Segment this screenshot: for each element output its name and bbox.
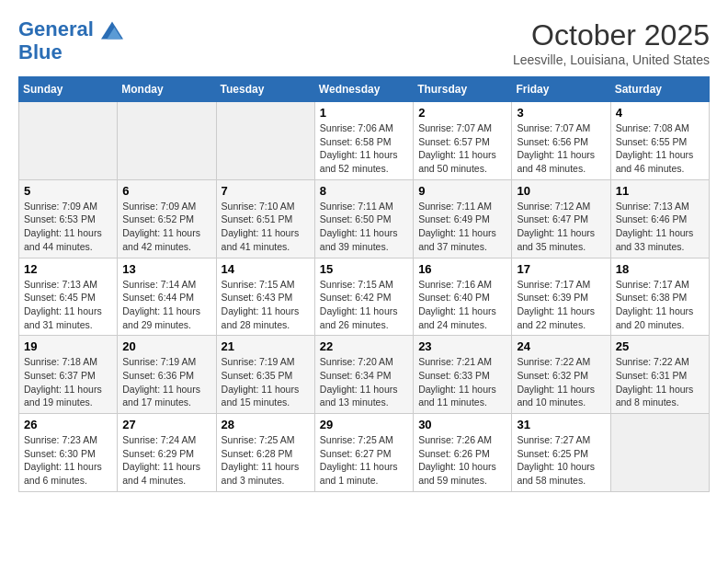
day-info: Sunrise: 7:14 AM Sunset: 6:44 PM Dayligh… — [122, 278, 210, 332]
day-info: Sunrise: 7:22 AM Sunset: 6:32 PM Dayligh… — [517, 355, 605, 409]
calendar-cell: 5Sunrise: 7:09 AM Sunset: 6:53 PM Daylig… — [19, 179, 118, 258]
day-number: 6 — [122, 184, 210, 198]
calendar-cell: 4Sunrise: 7:08 AM Sunset: 6:55 PM Daylig… — [610, 102, 709, 180]
column-header-sunday: Sunday — [19, 77, 118, 102]
calendar-cell: 7Sunrise: 7:10 AM Sunset: 6:51 PM Daylig… — [216, 179, 314, 258]
calendar-cell: 14Sunrise: 7:15 AM Sunset: 6:43 PM Dayli… — [216, 258, 314, 336]
logo-icon — [101, 19, 123, 41]
column-header-tuesday: Tuesday — [216, 77, 314, 102]
calendar-cell: 10Sunrise: 7:12 AM Sunset: 6:47 PM Dayli… — [512, 179, 610, 258]
day-number: 16 — [418, 262, 506, 276]
column-header-friday: Friday — [512, 77, 610, 102]
day-info: Sunrise: 7:25 AM Sunset: 6:27 PM Dayligh… — [320, 433, 408, 488]
day-number: 4 — [616, 106, 704, 120]
day-number: 5 — [24, 184, 112, 198]
day-number: 20 — [122, 339, 210, 353]
day-info: Sunrise: 7:19 AM Sunset: 6:35 PM Dayligh… — [222, 355, 310, 409]
calendar-cell: 2Sunrise: 7:07 AM Sunset: 6:57 PM Daylig… — [414, 102, 512, 180]
day-number: 15 — [320, 262, 408, 276]
calendar-cell: 16Sunrise: 7:16 AM Sunset: 6:40 PM Dayli… — [414, 258, 512, 336]
calendar-cell — [118, 102, 216, 180]
calendar-cell: 31Sunrise: 7:27 AM Sunset: 6:25 PM Dayli… — [512, 414, 610, 492]
calendar-cell: 27Sunrise: 7:24 AM Sunset: 6:29 PM Dayli… — [118, 414, 216, 492]
day-number: 27 — [122, 418, 210, 431]
day-info: Sunrise: 7:11 AM Sunset: 6:50 PM Dayligh… — [320, 200, 408, 254]
calendar-cell: 30Sunrise: 7:26 AM Sunset: 6:26 PM Dayli… — [414, 414, 512, 492]
day-info: Sunrise: 7:19 AM Sunset: 6:36 PM Dayligh… — [122, 355, 210, 409]
title-block: October 2025 Leesville, Louisiana, Unite… — [513, 18, 710, 67]
day-number: 14 — [222, 262, 310, 276]
calendar-cell — [19, 102, 118, 180]
day-number: 10 — [517, 184, 605, 198]
day-info: Sunrise: 7:22 AM Sunset: 6:31 PM Dayligh… — [616, 355, 704, 409]
day-info: Sunrise: 7:08 AM Sunset: 6:55 PM Dayligh… — [616, 121, 704, 176]
day-number: 18 — [616, 262, 704, 276]
day-number: 31 — [517, 418, 605, 431]
calendar-cell: 23Sunrise: 7:21 AM Sunset: 6:33 PM Dayli… — [414, 336, 512, 414]
day-info: Sunrise: 7:13 AM Sunset: 6:45 PM Dayligh… — [24, 278, 112, 332]
day-number: 19 — [24, 339, 112, 353]
calendar-cell: 22Sunrise: 7:20 AM Sunset: 6:34 PM Dayli… — [314, 336, 413, 414]
day-info: Sunrise: 7:17 AM Sunset: 6:38 PM Dayligh… — [616, 278, 704, 332]
day-number: 9 — [418, 184, 506, 198]
calendar-cell: 8Sunrise: 7:11 AM Sunset: 6:50 PM Daylig… — [314, 179, 413, 258]
calendar-cell: 26Sunrise: 7:23 AM Sunset: 6:30 PM Dayli… — [19, 414, 118, 492]
calendar-cell: 19Sunrise: 7:18 AM Sunset: 6:37 PM Dayli… — [19, 336, 118, 414]
column-header-saturday: Saturday — [610, 77, 709, 102]
day-info: Sunrise: 7:06 AM Sunset: 6:58 PM Dayligh… — [320, 121, 408, 176]
logo-blue-text: Blue — [18, 41, 123, 63]
day-number: 30 — [418, 418, 506, 431]
column-header-monday: Monday — [118, 77, 216, 102]
day-number: 28 — [222, 418, 310, 431]
day-number: 3 — [517, 106, 605, 120]
calendar-week-3: 12Sunrise: 7:13 AM Sunset: 6:45 PM Dayli… — [19, 258, 710, 336]
day-info: Sunrise: 7:27 AM Sunset: 6:25 PM Dayligh… — [517, 433, 605, 488]
calendar-cell: 28Sunrise: 7:25 AM Sunset: 6:28 PM Dayli… — [216, 414, 314, 492]
day-info: Sunrise: 7:15 AM Sunset: 6:42 PM Dayligh… — [320, 278, 408, 332]
calendar-week-5: 26Sunrise: 7:23 AM Sunset: 6:30 PM Dayli… — [19, 414, 710, 492]
day-info: Sunrise: 7:09 AM Sunset: 6:53 PM Dayligh… — [24, 200, 112, 254]
calendar-cell: 15Sunrise: 7:15 AM Sunset: 6:42 PM Dayli… — [314, 258, 413, 336]
calendar-cell: 29Sunrise: 7:25 AM Sunset: 6:27 PM Dayli… — [314, 414, 413, 492]
day-number: 21 — [222, 339, 310, 353]
day-number: 25 — [616, 339, 704, 353]
column-header-thursday: Thursday — [414, 77, 512, 102]
calendar-cell: 6Sunrise: 7:09 AM Sunset: 6:52 PM Daylig… — [118, 179, 216, 258]
day-number: 1 — [320, 106, 408, 120]
calendar-cell: 3Sunrise: 7:07 AM Sunset: 6:56 PM Daylig… — [512, 102, 610, 180]
day-info: Sunrise: 7:12 AM Sunset: 6:47 PM Dayligh… — [517, 200, 605, 254]
day-info: Sunrise: 7:07 AM Sunset: 6:56 PM Dayligh… — [517, 121, 605, 176]
day-info: Sunrise: 7:21 AM Sunset: 6:33 PM Dayligh… — [418, 355, 506, 409]
calendar-cell: 13Sunrise: 7:14 AM Sunset: 6:44 PM Dayli… — [118, 258, 216, 336]
day-info: Sunrise: 7:13 AM Sunset: 6:46 PM Dayligh… — [616, 200, 704, 254]
day-number: 2 — [418, 106, 506, 120]
calendar-week-2: 5Sunrise: 7:09 AM Sunset: 6:53 PM Daylig… — [19, 179, 710, 258]
day-info: Sunrise: 7:26 AM Sunset: 6:26 PM Dayligh… — [418, 433, 506, 488]
day-info: Sunrise: 7:24 AM Sunset: 6:29 PM Dayligh… — [122, 433, 210, 488]
calendar-cell: 9Sunrise: 7:11 AM Sunset: 6:49 PM Daylig… — [414, 179, 512, 258]
day-info: Sunrise: 7:15 AM Sunset: 6:43 PM Dayligh… — [222, 278, 310, 332]
day-number: 22 — [320, 339, 408, 353]
calendar-week-4: 19Sunrise: 7:18 AM Sunset: 6:37 PM Dayli… — [19, 336, 710, 414]
day-info: Sunrise: 7:23 AM Sunset: 6:30 PM Dayligh… — [24, 433, 112, 488]
calendar-cell: 12Sunrise: 7:13 AM Sunset: 6:45 PM Dayli… — [19, 258, 118, 336]
page-header: General Blue October 2025 Leesville, Lou… — [18, 18, 710, 67]
day-number: 26 — [24, 418, 112, 431]
calendar-cell: 20Sunrise: 7:19 AM Sunset: 6:36 PM Dayli… — [118, 336, 216, 414]
day-info: Sunrise: 7:20 AM Sunset: 6:34 PM Dayligh… — [320, 355, 408, 409]
day-info: Sunrise: 7:17 AM Sunset: 6:39 PM Dayligh… — [517, 278, 605, 332]
day-number: 23 — [418, 339, 506, 353]
day-number: 17 — [517, 262, 605, 276]
calendar-table: SundayMondayTuesdayWednesdayThursdayFrid… — [18, 76, 710, 492]
location: Leesville, Louisiana, United States — [513, 52, 710, 67]
calendar-cell: 24Sunrise: 7:22 AM Sunset: 6:32 PM Dayli… — [512, 336, 610, 414]
calendar-week-1: 1Sunrise: 7:06 AM Sunset: 6:58 PM Daylig… — [19, 102, 710, 180]
day-info: Sunrise: 7:18 AM Sunset: 6:37 PM Dayligh… — [24, 355, 112, 409]
logo: General Blue — [18, 18, 123, 63]
day-info: Sunrise: 7:07 AM Sunset: 6:57 PM Dayligh… — [418, 121, 506, 176]
calendar-header-row: SundayMondayTuesdayWednesdayThursdayFrid… — [19, 77, 710, 102]
day-number: 11 — [616, 184, 704, 198]
day-info: Sunrise: 7:16 AM Sunset: 6:40 PM Dayligh… — [418, 278, 506, 332]
day-number: 24 — [517, 339, 605, 353]
logo-text: General — [18, 18, 123, 41]
